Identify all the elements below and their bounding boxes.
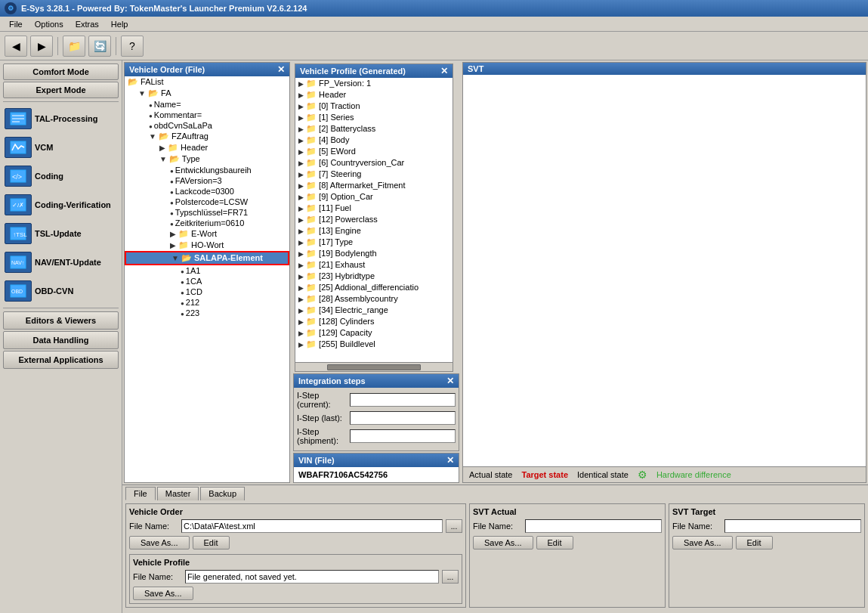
tree-item[interactable]: ▼ 📂 FA bbox=[125, 88, 289, 99]
svt-target-save-as-button[interactable]: Save As... bbox=[672, 536, 733, 550]
vp-tree-item[interactable]: ▶ 📁 [129] Capacity bbox=[295, 327, 453, 339]
vcm-label: VCM bbox=[35, 143, 53, 152]
menu-file[interactable]: File bbox=[3, 20, 29, 29]
vehicle-profile-close[interactable]: ✕ bbox=[440, 66, 448, 76]
vin-close[interactable]: ✕ bbox=[446, 455, 454, 466]
tsl-update-icon: ↑TSL bbox=[5, 223, 32, 244]
vp-tree-item[interactable]: ▶ 📁 [23] Hybridtype bbox=[295, 271, 453, 282]
data-handling-button[interactable]: Data Handling bbox=[3, 331, 119, 349]
vp-tree-item[interactable]: ▶ 📁 [255] Buildlevel bbox=[295, 339, 453, 350]
vehicle-profile-file-input[interactable] bbox=[185, 570, 439, 584]
integration-shipment-input[interactable] bbox=[350, 429, 456, 443]
vehicle-order-close[interactable]: ✕ bbox=[277, 64, 285, 75]
tab-file[interactable]: File bbox=[125, 487, 156, 500]
integration-last-input[interactable] bbox=[350, 411, 456, 425]
tree-item[interactable]: ▼ 📂 SALAPA-Element bbox=[125, 251, 289, 265]
target-state-label[interactable]: Target state bbox=[521, 470, 568, 479]
identical-state-label[interactable]: Identical state bbox=[577, 470, 629, 479]
vehicle-profile-buttons: Save As... bbox=[133, 587, 459, 600]
refresh-button[interactable]: 🔄 bbox=[88, 36, 111, 57]
svt-target-file-input[interactable] bbox=[724, 519, 861, 533]
vp-tree-item[interactable]: ▶ 📁 [4] Body bbox=[295, 135, 453, 146]
tree-item[interactable]: ●Kommentar= bbox=[125, 110, 289, 120]
tree-item[interactable]: ●obdCvnSaLaPa bbox=[125, 120, 289, 131]
vp-tree-item[interactable]: ▶ 📁 [25] Addional_differenciatio bbox=[295, 282, 453, 293]
vp-tree-item[interactable]: ▶ 📁 [13] Engine bbox=[295, 225, 453, 237]
tree-item[interactable]: ▼ 📂 Type bbox=[125, 153, 289, 165]
vehicle-profile-browse-button[interactable]: ... bbox=[442, 570, 459, 584]
tree-item[interactable]: ●Entwicklungsbaureih bbox=[125, 165, 289, 175]
integration-current-input[interactable] bbox=[350, 393, 456, 407]
sidebar-item-tsl-update[interactable]: ↑TSL TSL-Update bbox=[3, 220, 119, 247]
tree-item[interactable]: ▼ 📂 FZAuftrag bbox=[125, 131, 289, 142]
tree-item[interactable]: ●Zeitkriterium=0610 bbox=[125, 218, 289, 228]
editors-viewers-button[interactable]: Editors & Viewers bbox=[3, 311, 119, 330]
tree-item[interactable]: ▶ 📁 HO-Wort bbox=[125, 240, 289, 251]
comfort-mode-button[interactable]: Comfort Mode bbox=[3, 63, 119, 80]
vp-tree-item[interactable]: ▶ 📁 [6] Countryversion_Car bbox=[295, 157, 453, 169]
tree-item[interactable]: 📂 FAList bbox=[125, 76, 289, 88]
hw-diff-label[interactable]: Hardware difference bbox=[656, 470, 731, 479]
vp-tree-item[interactable]: ▶ 📁 [12] Powerclass bbox=[295, 214, 453, 225]
tree-item[interactable]: ▶ 📁 Header bbox=[125, 142, 289, 153]
vp-tree-item[interactable]: ▶ 📁 FP_Version: 1 bbox=[295, 78, 453, 89]
svt-actual-file-input[interactable] bbox=[525, 519, 662, 533]
forward-button[interactable]: ▶ bbox=[30, 36, 53, 57]
open-folder-button[interactable]: 📁 bbox=[63, 36, 85, 57]
vp-tree-item[interactable]: ▶ 📁 [128] Cylinders bbox=[295, 316, 453, 327]
tree-item[interactable]: ●Name= bbox=[125, 99, 289, 110]
tree-item[interactable]: ●1A1 bbox=[125, 265, 289, 276]
vp-tree-item[interactable]: ▶ 📁 [11] Fuel bbox=[295, 203, 453, 214]
tab-backup[interactable]: Backup bbox=[200, 487, 245, 500]
sidebar-item-coding-verification[interactable]: ✓/✗ Coding-Verification bbox=[3, 191, 119, 218]
vp-tree-item[interactable]: ▶ 📁 [1] Series bbox=[295, 112, 453, 123]
svt-actual-edit-button[interactable]: Edit bbox=[536, 536, 573, 550]
vp-tree-item[interactable]: ▶ 📁 [34] Electric_range bbox=[295, 305, 453, 316]
vehicle-order-save-as-button[interactable]: Save As... bbox=[129, 536, 190, 550]
actual-state-label[interactable]: Actual state bbox=[469, 470, 512, 479]
tree-item[interactable]: ▶ 📁 E-Wort bbox=[125, 228, 289, 240]
vp-tree-item[interactable]: ▶ 📁 [19] Bodylength bbox=[295, 248, 453, 259]
sidebar-item-nav-ent-update[interactable]: NAV↑ NAV/ENT-Update bbox=[3, 249, 119, 276]
tree-item[interactable]: ●1CD bbox=[125, 286, 289, 297]
menu-help[interactable]: Help bbox=[105, 20, 134, 29]
svt-target-title: SVT Target bbox=[672, 507, 861, 516]
tree-item[interactable]: ●212 bbox=[125, 297, 289, 308]
vp-tree-item[interactable]: ▶ 📁 [0] Traction bbox=[295, 101, 453, 112]
tree-item[interactable]: ●Typschlüssel=FR71 bbox=[125, 207, 289, 218]
nav-ent-update-label: NAV/ENT-Update bbox=[35, 258, 101, 267]
vp-tree-item[interactable]: ▶ 📁 Header bbox=[295, 89, 453, 101]
external-applications-button[interactable]: External Applications bbox=[3, 351, 119, 369]
menu-options[interactable]: Options bbox=[29, 20, 70, 29]
vehicle-profile-save-as-button[interactable]: Save As... bbox=[133, 587, 193, 600]
vp-tree-item[interactable]: ▶ 📁 [21] Exhaust bbox=[295, 259, 453, 271]
sidebar-item-obd-cvn[interactable]: OBD OBD-CVN bbox=[3, 277, 119, 305]
tree-item[interactable]: ●FAVersion=3 bbox=[125, 175, 289, 186]
vehicle-order-edit-button[interactable]: Edit bbox=[193, 536, 230, 550]
vp-tree-item[interactable]: ▶ 📁 [7] Steering bbox=[295, 169, 453, 180]
expert-mode-button[interactable]: Expert Mode bbox=[3, 82, 119, 98]
vehicle-order-file-input[interactable] bbox=[181, 519, 443, 533]
sidebar-item-tal-processing[interactable]: TAL-Processing bbox=[3, 105, 119, 132]
integration-close[interactable]: ✕ bbox=[446, 376, 454, 386]
vp-tree-item[interactable]: ▶ 📁 [2] Batteryclass bbox=[295, 123, 453, 135]
tree-item[interactable]: ●1CA bbox=[125, 276, 289, 286]
sidebar-item-coding[interactable]: </> Coding bbox=[3, 163, 119, 190]
tree-item[interactable]: ●Polstercode=LCSW bbox=[125, 197, 289, 207]
svt-actual-save-as-button[interactable]: Save As... bbox=[473, 536, 533, 550]
tree-item[interactable]: ●Lackcode=0300 bbox=[125, 186, 289, 197]
sidebar-item-vcm[interactable]: VCM bbox=[3, 134, 119, 161]
vehicle-order-browse-button[interactable]: ... bbox=[446, 519, 462, 533]
menu-extras[interactable]: Extras bbox=[70, 20, 105, 29]
svt-target-edit-button[interactable]: Edit bbox=[736, 536, 773, 550]
vp-tree-item[interactable]: ▶ 📁 [28] Assemblycountry bbox=[295, 293, 453, 305]
tree-item[interactable]: ●223 bbox=[125, 308, 289, 318]
vp-scrollbar[interactable] bbox=[295, 362, 453, 371]
vp-tree-item[interactable]: ▶ 📁 [17] Type bbox=[295, 237, 453, 248]
vp-tree-item[interactable]: ▶ 📁 [5] EWord bbox=[295, 146, 453, 157]
vp-tree-item[interactable]: ▶ 📁 [9] Option_Car bbox=[295, 191, 453, 203]
back-button[interactable]: ◀ bbox=[5, 36, 27, 57]
vp-tree-item[interactable]: ▶ 📁 [8] Aftermarket_Fitment bbox=[295, 180, 453, 191]
tab-master[interactable]: Master bbox=[157, 487, 199, 500]
help-button[interactable]: ? bbox=[121, 36, 144, 57]
